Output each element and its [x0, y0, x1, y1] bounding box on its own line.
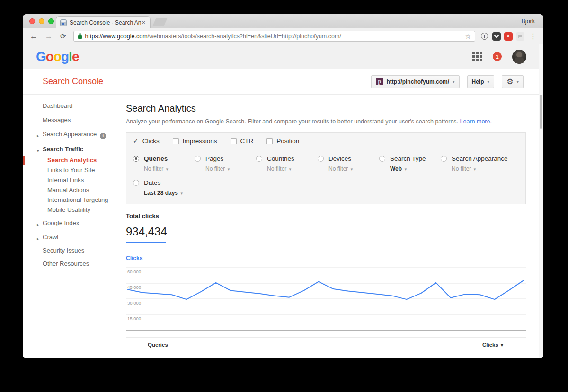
total-clicks-value: 934,434	[126, 225, 173, 238]
filter-panel: ✓ClicksImpressionsCTRPosition QueriesNo …	[126, 132, 526, 204]
sidebar-item-search-analytics[interactable]: Search Analytics	[23, 157, 122, 164]
site-selector-dropdown[interactable]: p http://pinchofyum.com/ ▾	[371, 75, 459, 88]
dimension-filter-search-appearance[interactable]: No filter ▾	[452, 166, 519, 172]
dimension-label: Devices	[328, 155, 351, 162]
total-clicks-underline	[126, 242, 166, 243]
sidebar-item-international-targeting[interactable]: International Targeting	[23, 196, 122, 204]
notifications-badge[interactable]: 1	[493, 52, 502, 61]
help-dropdown[interactable]: Help ▾	[467, 75, 495, 88]
sidebar-item-search-appearance[interactable]: ▸Search Appearancei	[23, 131, 122, 139]
sidebar-item-mobile-usability[interactable]: Mobile Usability	[23, 206, 122, 214]
back-button[interactable]: ←	[27, 32, 40, 41]
learn-more-link[interactable]: Learn more.	[460, 118, 492, 125]
metric-checkbox-position[interactable]: Position	[266, 138, 299, 145]
page-content: Google 1 Search Console p http://pinchof…	[23, 44, 543, 358]
google-apps-icon[interactable]	[472, 52, 482, 61]
radio-empty	[379, 156, 385, 162]
radio-empty	[256, 156, 262, 162]
browser-toolbar: ← → ⟳ https://www.google.com/webmasters/…	[23, 28, 543, 44]
dimension-radio-devices[interactable]: Devices	[318, 155, 379, 162]
chevron-down-icon: ▾	[516, 79, 519, 84]
dimension-radio-dates[interactable]: Dates	[133, 179, 195, 186]
chat-extension-icon[interactable]	[515, 32, 524, 41]
scrollbar-thumb[interactable]	[540, 95, 542, 129]
dimension-filter-countries[interactable]: No filter ▾	[267, 166, 318, 172]
sidebar-item-label: Crawl	[43, 234, 58, 241]
y-axis-tick-label: 45,000	[127, 285, 141, 290]
dimension-filter-queries[interactable]: No filter ▾	[144, 166, 195, 172]
dimension-radio-search-type[interactable]: Search Type	[379, 155, 441, 162]
sidebar-item-label: Dashboard	[43, 102, 73, 109]
site-url-label: http://pinchofyum.com/	[386, 78, 449, 85]
metric-checkbox-clicks[interactable]: ✓Clicks	[133, 137, 160, 145]
info-icon[interactable]: i	[100, 133, 106, 139]
filter-value: No filter	[144, 166, 163, 172]
reload-button[interactable]: ⟳	[58, 31, 69, 42]
sort-desc-icon: ▼	[500, 343, 504, 348]
dimension-filter-pages[interactable]: No filter ▾	[205, 166, 256, 172]
dimension-radio-search-appearance[interactable]: Search Appearance	[441, 155, 519, 162]
radio-empty	[318, 156, 324, 162]
chevron-right-icon: ▸	[37, 132, 39, 139]
google-logo[interactable]: Google	[36, 49, 79, 64]
dimension-label: Dates	[144, 179, 160, 186]
chevron-down-icon: ▾	[403, 167, 407, 172]
pocket-extension-icon[interactable]	[492, 32, 501, 41]
sidebar-item-label: Links to Your Site	[47, 166, 95, 174]
chevron-down-icon: ▾	[488, 79, 490, 84]
sidebar-item-google-index[interactable]: ▸Google Index	[23, 219, 122, 227]
y-axis-tick-label: 30,000	[127, 300, 141, 305]
total-clicks-card[interactable]: Total clicks 934,434	[126, 211, 173, 248]
metric-label: Position	[276, 138, 299, 145]
dimension-devices: DevicesNo filter ▾	[318, 155, 379, 172]
metric-checkbox-ctr[interactable]: CTR	[231, 138, 254, 145]
bookmark-star-icon[interactable]: ☆	[465, 33, 471, 40]
main-content: Search Analytics Analyze your performanc…	[122, 95, 543, 358]
window-minimize-button[interactable]	[39, 18, 44, 24]
settings-dropdown[interactable]: ⚙ ▾	[502, 75, 524, 88]
column-clicks-sort[interactable]: Clicks ▼	[482, 342, 504, 348]
sidebar-item-crawl[interactable]: ▸Crawl	[23, 234, 122, 241]
metric-checkbox-impressions[interactable]: Impressions	[173, 138, 217, 145]
console-header: Search Console p http://pinchofyum.com/ …	[23, 69, 543, 95]
red-extension-icon[interactable]: »	[504, 32, 513, 41]
sidebar-item-other-resources[interactable]: Other Resources	[23, 260, 122, 268]
chrome-profile-name[interactable]: Bjork	[522, 18, 535, 25]
dimension-search-appearance: Search AppearanceNo filter ▾	[441, 155, 519, 172]
address-bar[interactable]: https://www.google.com/webmasters/tools/…	[73, 31, 475, 42]
sidebar-item-messages[interactable]: Messages	[23, 116, 122, 124]
site-favicon: p	[376, 78, 383, 85]
product-title[interactable]: Search Console	[43, 77, 103, 87]
window-close-button[interactable]	[29, 18, 35, 24]
window-zoom-button[interactable]	[48, 18, 54, 24]
clicks-chart: Clicks 15,00030,00045,00060,000	[126, 255, 526, 332]
page-scrollbar[interactable]	[539, 44, 543, 358]
dimension-label: Countries	[267, 155, 294, 162]
radio-selected	[133, 156, 139, 162]
sidebar-item-manual-actions[interactable]: Manual Actions	[23, 186, 122, 194]
dimension-filter-search-type[interactable]: Web ▾	[390, 166, 441, 172]
chrome-menu-icon[interactable]: ⋮	[527, 32, 539, 41]
url-text[interactable]: https://www.google.com/webmasters/tools/…	[85, 33, 462, 40]
dimension-radio-pages[interactable]: Pages	[195, 155, 256, 162]
tab-close-icon[interactable]: ×	[141, 19, 146, 26]
sidebar-item-search-traffic[interactable]: ▾Search Traffic	[23, 146, 122, 153]
sidebar-item-dashboard[interactable]: Dashboard	[23, 102, 122, 110]
sidebar-item-label: International Targeting	[47, 196, 108, 203]
browser-tab[interactable]: Search Console - Search Analy ×	[56, 16, 151, 28]
new-tab-button[interactable]	[152, 18, 168, 26]
dimension-filter-devices[interactable]: No filter ▾	[328, 166, 379, 172]
sidebar-item-internal-links[interactable]: Internal Links	[23, 176, 122, 184]
sidebar-item-links-to-your-site[interactable]: Links to Your Site	[23, 166, 122, 174]
dimension-filter-dates[interactable]: Last 28 days ▾	[144, 190, 195, 196]
dimension-countries: CountriesNo filter ▾	[256, 155, 318, 172]
account-avatar[interactable]	[512, 50, 526, 64]
check-icon: ✓	[133, 137, 139, 145]
dimension-radio-countries[interactable]: Countries	[256, 155, 318, 162]
info-extension-icon[interactable]: i	[480, 32, 489, 41]
column-queries[interactable]: Queries	[148, 342, 168, 348]
sidebar-item-security-issues[interactable]: Security Issues	[23, 247, 122, 254]
https-lock-icon	[78, 33, 82, 39]
dimension-radio-queries[interactable]: Queries	[133, 155, 195, 162]
sidebar-nav: DashboardMessages▸Search Appearancei▾Sea…	[23, 95, 122, 358]
